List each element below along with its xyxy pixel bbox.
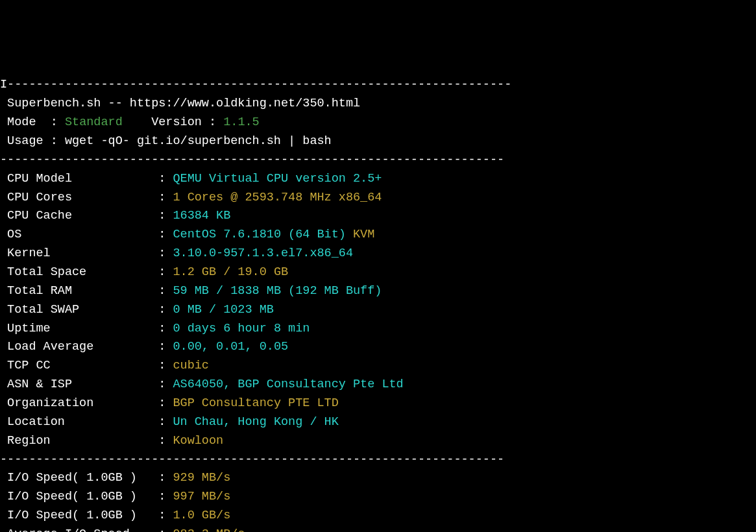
io-speed-2-value: 997 MB/s <box>173 490 230 503</box>
cpu-cores-label: CPU Cores : <box>0 191 173 204</box>
text-cursor: I <box>0 76 7 95</box>
os-label: OS : <box>0 228 173 241</box>
io-speed-avg-label: Average I/O Speed : <box>0 527 173 532</box>
tcp-cc-value: cubic <box>173 359 209 372</box>
uptime-value: 0 days 6 hour 8 min <box>173 322 310 335</box>
load-average-value: 0.00, 0.01, 0.05 <box>173 340 288 354</box>
cpu-cache-label: CPU Cache : <box>0 209 173 223</box>
kernel-label: Kernel : <box>0 247 173 260</box>
total-swap-value: 0 MB / 1023 MB <box>173 303 273 317</box>
version-label: Version : <box>123 115 223 129</box>
divider: ----------------------------------------… <box>0 153 504 167</box>
load-average-label: Load Average : <box>0 340 173 354</box>
io-speed-2-label: I/O Speed( 1.0GB ) : <box>0 490 173 503</box>
cpu-cores-value: 1 Cores @ 2593.748 MHz x86_64 <box>173 191 382 204</box>
divider: ----------------------------------------… <box>0 453 504 466</box>
header-title: Superbench.sh -- https://www.oldking.net… <box>0 97 360 110</box>
divider-top: ----------------------------------------… <box>7 78 511 91</box>
tcp-cc-label: TCP CC : <box>0 359 173 372</box>
io-speed-avg-value: 983.3 MB/s <box>173 527 245 532</box>
io-speed-1-value: 929 MB/s <box>173 471 230 485</box>
io-speed-3-value: 1.0 GB/s <box>173 509 230 522</box>
uptime-label: Uptime : <box>0 322 173 335</box>
organization-value: BGP Consultancy PTE LTD <box>173 396 338 410</box>
organization-label: Organization : <box>0 396 173 410</box>
location-label: Location : <box>0 415 173 429</box>
version-value: 1.1.5 <box>223 115 260 129</box>
total-swap-label: Total SWAP : <box>0 303 173 317</box>
terminal-output: I---------------------------------------… <box>0 75 756 532</box>
location-value: Un Chau, Hong Kong / HK <box>173 415 338 429</box>
asn-isp-label: ASN & ISP : <box>0 378 173 391</box>
os-suffix: KVM <box>346 228 374 241</box>
region-label: Region : <box>0 434 173 448</box>
mode-label: Mode : <box>0 115 65 129</box>
cpu-model-value: QEMU Virtual CPU version 2.5+ <box>173 172 382 186</box>
total-space-label: Total Space : <box>0 265 173 279</box>
io-speed-1-label: I/O Speed( 1.0GB ) : <box>0 471 173 485</box>
mode-value: Standard <box>65 115 123 129</box>
kernel-value: 3.10.0-957.1.3.el7.x86_64 <box>173 247 353 260</box>
total-ram-label: Total RAM : <box>0 284 173 298</box>
usage-line: Usage : wget -qO- git.io/superbench.sh |… <box>0 134 332 148</box>
total-space-value: 1.2 GB / 19.0 GB <box>173 265 288 279</box>
io-speed-3-label: I/O Speed( 1.0GB ) : <box>0 509 173 522</box>
cpu-cache-value: 16384 KB <box>173 209 230 223</box>
cpu-model-label: CPU Model : <box>0 172 173 186</box>
os-value: CentOS 7.6.1810 (64 Bit) <box>173 228 345 241</box>
region-value: Kowloon <box>173 434 223 448</box>
total-ram-value: 59 MB / 1838 MB (192 MB Buff) <box>173 284 382 298</box>
asn-isp-value: AS64050, BGP Consultancy Pte Ltd <box>173 378 403 391</box>
